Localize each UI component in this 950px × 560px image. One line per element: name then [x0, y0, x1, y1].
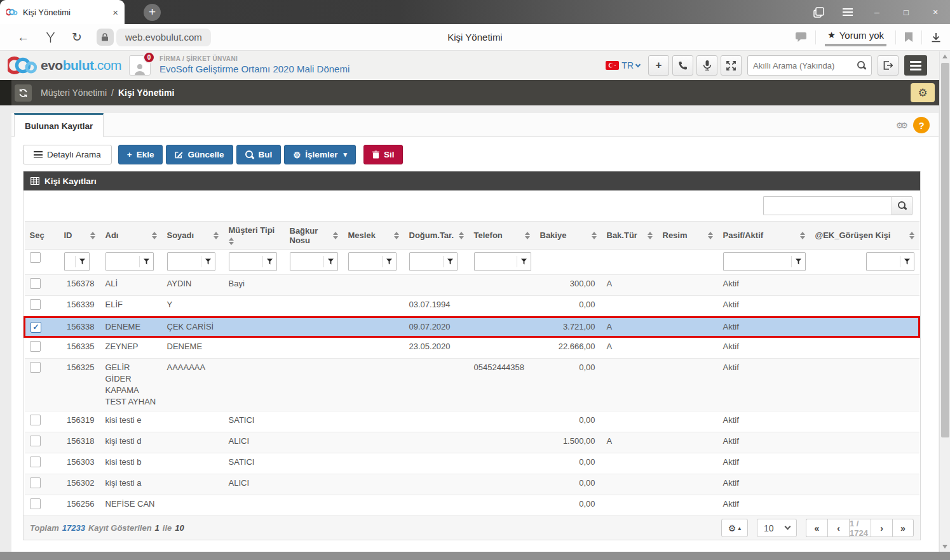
filter-input-pasif-aktif[interactable] — [724, 253, 791, 270]
bookmark-icon[interactable] — [905, 32, 913, 42]
filter-input-soyadi[interactable] — [168, 253, 201, 270]
table-row-selected[interactable]: ✓ 156338DENEMEÇEK CARİSİ 09.07.2020 3.72… — [25, 317, 919, 337]
firm-name[interactable]: EvoSoft Geliştirme Ortamı 2020 Mali Döne… — [159, 63, 349, 76]
row-checkbox[interactable] — [30, 436, 41, 446]
detayli-arama-button[interactable]: Detaylı Arama — [23, 145, 112, 164]
row-checkbox[interactable] — [30, 278, 41, 289]
search-icon[interactable] — [857, 61, 866, 70]
row-checkbox[interactable] — [30, 362, 41, 373]
row-checkbox[interactable] — [30, 341, 41, 352]
row-checkbox[interactable] — [30, 457, 41, 467]
browser-menu-icon[interactable] — [833, 0, 862, 24]
address-bar[interactable]: web.evobulut.com — [97, 29, 211, 46]
filter-icon[interactable] — [262, 256, 276, 267]
col-soyadi[interactable]: Soyadı — [162, 222, 224, 250]
filter-input-ek-gorusen[interactable] — [867, 253, 900, 270]
filter-icon[interactable] — [139, 256, 153, 267]
row-checkbox-checked[interactable]: ✓ — [31, 322, 41, 333]
col-musteri-tipi[interactable]: Müşteri Tipi — [224, 222, 285, 250]
prev-page-button[interactable]: ‹ — [827, 519, 849, 537]
filter-input-id[interactable] — [65, 253, 75, 270]
fullscreen-button[interactable] — [721, 55, 742, 76]
islemler-button[interactable]: ⚙ İşlemler ▾ — [284, 145, 356, 164]
bul-button[interactable]: Bul — [236, 145, 282, 164]
user-avatar[interactable]: 0 — [129, 55, 151, 76]
select-all-checkbox[interactable] — [30, 252, 41, 263]
filter-icon[interactable] — [900, 256, 914, 267]
scroll-up-arrow[interactable] — [942, 55, 947, 58]
table-row[interactable]: 156303kisi testi b SATICI 0,00 Aktif — [25, 453, 919, 474]
col-bakiye[interactable]: Bakiye — [535, 222, 602, 250]
scrollbar-thumb[interactable] — [941, 63, 949, 437]
grid-settings-icon[interactable]: ⚙⚙ — [896, 121, 906, 130]
table-row[interactable]: 156339ELİFY 03.07.1994 0,00 Aktif — [25, 296, 919, 317]
col-bagkur-nosu[interactable]: Bağkur Nosu — [285, 222, 343, 250]
col-telefon[interactable]: Telefon — [469, 222, 535, 250]
table-row[interactable]: 156302kişi testi a ALICI 0,00 Aktif — [25, 474, 919, 495]
filter-input-bagkur-nosu[interactable] — [290, 253, 323, 270]
filter-icon[interactable] — [75, 256, 89, 267]
sil-button[interactable]: Sil — [363, 145, 404, 164]
page-scrollbar[interactable] — [939, 51, 950, 552]
refresh-page-button[interactable] — [15, 84, 32, 102]
pager-settings-button[interactable]: ⚙▴ — [721, 519, 748, 537]
col-id[interactable]: ID — [59, 222, 100, 250]
filter-icon[interactable] — [791, 256, 805, 267]
next-page-button[interactable]: › — [871, 519, 892, 537]
new-tab-button[interactable]: + — [144, 4, 161, 21]
row-checkbox[interactable] — [30, 415, 41, 425]
tab-close-icon[interactable]: × — [112, 7, 118, 18]
col-dogum-tar[interactable]: Doğum.Tar. — [404, 222, 469, 250]
row-checkbox[interactable] — [30, 299, 41, 310]
forward-icon[interactable] — [46, 32, 55, 43]
minimize-button[interactable]: – — [862, 0, 892, 24]
smart-search-input[interactable] — [753, 61, 857, 70]
ekle-button[interactable]: + Ekle — [118, 145, 163, 164]
table-row[interactable]: 156319kisi testi e SATICI 0,00 Aktif — [25, 411, 919, 432]
filter-input-dogum-tar[interactable] — [410, 253, 443, 270]
scroll-down-arrow[interactable] — [942, 545, 947, 549]
table-row[interactable]: 156335ZEYNEPDENEME 23.05.2020 22.666,00 … — [25, 337, 919, 359]
table-row[interactable]: 156325GELİR GİDER KAPAMA TEST AYHANAAAAA… — [25, 359, 919, 411]
logout-button[interactable] — [878, 55, 899, 76]
language-selector[interactable]: TR — [606, 60, 640, 70]
help-button[interactable]: ? — [913, 117, 930, 133]
row-checkbox[interactable] — [30, 477, 41, 488]
filter-input-meslek[interactable] — [349, 253, 382, 270]
row-checkbox[interactable] — [30, 498, 41, 509]
breadcrumb-parent[interactable]: Müşteri Yönetimi — [41, 88, 107, 98]
table-row[interactable]: 156318kişi testi d ALICI 1.500,00 AAktif — [25, 432, 919, 453]
browser-tab[interactable]: Kişi Yönetimi × — [0, 0, 125, 24]
grid-search-button[interactable] — [892, 196, 913, 215]
lock-icon[interactable] — [97, 29, 114, 46]
url-text[interactable]: web.evobulut.com — [116, 29, 211, 46]
col-ek-gorusen-kisi[interactable]: @EK_Görüşen Kişi — [810, 222, 919, 250]
table-row[interactable]: 156378ALİAYDIN Bayi 300,00 AAktif — [25, 275, 919, 296]
maximize-button[interactable]: □ — [892, 0, 921, 24]
filter-icon[interactable] — [201, 256, 215, 267]
filter-input-musteri-tipi[interactable] — [229, 253, 262, 270]
filter-icon[interactable] — [443, 256, 457, 267]
last-page-button[interactable]: » — [892, 519, 914, 537]
comments-icon[interactable] — [796, 32, 806, 42]
guncelle-button[interactable]: Güncelle — [166, 145, 233, 164]
page-size-select[interactable]: 10 — [757, 519, 797, 537]
col-pasif-aktif[interactable]: Pasif/Aktif — [718, 222, 810, 250]
evobulut-logo[interactable]: evobulut.com — [8, 55, 121, 76]
add-button[interactable]: + — [648, 55, 669, 76]
site-review-button[interactable]: ★ Yorum yok — [825, 29, 886, 46]
filter-input-telefon[interactable] — [475, 253, 517, 270]
filter-input-adi[interactable] — [106, 253, 139, 270]
filter-icon[interactable] — [517, 256, 531, 267]
back-icon[interactable]: ← — [17, 31, 29, 43]
main-menu-button[interactable] — [904, 55, 927, 76]
phone-button[interactable] — [672, 55, 693, 76]
filter-icon[interactable] — [382, 256, 396, 267]
col-meslek[interactable]: Meslek — [343, 222, 404, 250]
download-icon[interactable] — [931, 32, 941, 43]
col-resim[interactable]: Resim — [658, 222, 718, 250]
smart-search[interactable] — [747, 55, 872, 76]
close-button[interactable]: × — [921, 0, 950, 24]
col-adi[interactable]: Adı — [100, 222, 162, 250]
filter-icon[interactable] — [323, 256, 337, 267]
